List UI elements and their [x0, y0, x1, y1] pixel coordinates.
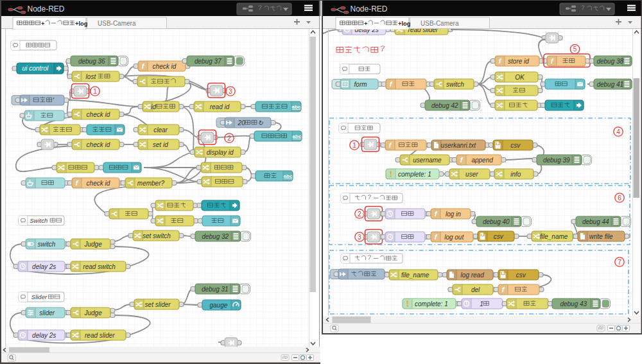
svg-text:set slider: set slider: [145, 301, 171, 308]
svg-text:ui control: ui control: [22, 65, 49, 72]
svg-text:slider: slider: [39, 309, 55, 316]
svg-text:Slider: Slider: [31, 293, 48, 300]
svg-text:debug 37: debug 37: [195, 58, 221, 65]
svg-text:+log: +log: [75, 21, 88, 27]
svg-text:OK: OK: [515, 74, 525, 81]
svg-text:set id: set id: [153, 141, 168, 148]
svg-text:user: user: [465, 171, 478, 178]
svg-text:file_name: file_name: [540, 233, 568, 240]
svg-text:debug 36: debug 36: [78, 58, 105, 65]
svg-text:log out: log out: [444, 234, 464, 241]
svg-text:check id: check id: [87, 180, 110, 187]
svg-text:complete: 1: complete: 1: [398, 171, 431, 178]
svg-text:2: 2: [227, 135, 231, 142]
svg-text:debug 39: debug 39: [543, 157, 570, 164]
svg-text:member?: member?: [137, 180, 165, 187]
svg-text:↻: ↻: [257, 119, 263, 126]
svg-text:set switch: set switch: [143, 232, 171, 239]
svg-text:2: 2: [358, 211, 361, 218]
svg-text:del: del: [471, 286, 480, 293]
svg-text:file_name: file_name: [401, 272, 429, 279]
svg-text:check id: check id: [87, 141, 110, 148]
svg-text:20: 20: [238, 119, 246, 126]
svg-text:csv: csv: [494, 233, 504, 240]
svg-text:debug 32: debug 32: [202, 233, 229, 240]
svg-text:1: 1: [93, 88, 97, 95]
svg-text:debug 43: debug 43: [560, 300, 587, 308]
svg-text:debug 44: debug 44: [582, 218, 609, 225]
svg-text:debug 31: debug 31: [202, 286, 229, 293]
svg-text:abc: abc: [284, 173, 293, 179]
svg-text:debug 41: debug 41: [596, 81, 623, 88]
svg-text:store id: store id: [508, 58, 529, 65]
svg-text:+: +: [41, 21, 45, 27]
svg-text:6: 6: [618, 195, 621, 202]
svg-text:1,2: 1,2: [501, 272, 506, 275]
svg-text:USB-Camera: USB-Camera: [421, 20, 459, 27]
svg-text:7: 7: [618, 259, 621, 266]
svg-text:id: id: [151, 103, 156, 110]
svg-text:log in: log in: [446, 211, 461, 218]
svg-text:1: 1: [352, 142, 356, 149]
svg-text:form: form: [354, 81, 367, 88]
svg-text:Judge: Judge: [84, 241, 103, 248]
svg-text:read slider: read slider: [85, 332, 115, 339]
svg-text:display id: display id: [207, 149, 234, 156]
svg-text:clear: clear: [153, 126, 168, 134]
svg-text:1: 1: [480, 300, 483, 308]
svg-text:append: append: [471, 157, 493, 164]
svg-text:switch: switch: [446, 81, 464, 88]
svg-text:write file: write file: [589, 233, 613, 240]
svg-text:abc: abc: [292, 104, 301, 110]
svg-text:read switch: read switch: [83, 263, 116, 270]
svg-text:csv: csv: [510, 142, 521, 149]
svg-text:username: username: [413, 157, 442, 164]
svg-text:check id: check id: [153, 63, 177, 70]
svg-text:5: 5: [573, 46, 577, 53]
svg-text:userkanri.txt: userkanri.txt: [441, 142, 477, 149]
svg-text:info: info: [510, 171, 521, 178]
svg-text:debug 38: debug 38: [596, 58, 623, 65]
svg-text:3: 3: [358, 234, 361, 241]
svg-text:4: 4: [616, 128, 620, 135]
svg-text:Switch: Switch: [30, 217, 48, 224]
svg-text:1,2: 1,2: [480, 233, 485, 237]
svg-text:gauge: gauge: [210, 302, 228, 309]
svg-text:+log: +log: [398, 21, 411, 27]
svg-text:csv: csv: [516, 272, 526, 279]
svg-text:3: 3: [229, 88, 232, 95]
svg-text:log read: log read: [461, 272, 485, 279]
svg-text:debug 42: debug 42: [431, 102, 458, 109]
svg-text:switch: switch: [38, 241, 56, 248]
svg-text:Node-RED: Node-RED: [28, 4, 65, 13]
svg-text:+: +: [364, 21, 368, 27]
svg-text:Node-RED: Node-RED: [351, 4, 388, 13]
svg-text:1,2: 1,2: [496, 142, 501, 146]
svg-text:Judge: Judge: [84, 309, 103, 316]
svg-text:delay 2s: delay 2s: [32, 263, 56, 270]
svg-text:lost: lost: [86, 73, 97, 80]
svg-text:delay 2s: delay 2s: [32, 332, 56, 339]
svg-text:USB-Camera: USB-Camera: [98, 20, 136, 27]
svg-text:abc: abc: [293, 134, 302, 139]
svg-text:debug 40: debug 40: [483, 218, 510, 225]
svg-text:complete: 1: complete: 1: [415, 300, 448, 308]
svg-text:check id: check id: [87, 111, 110, 118]
svg-text:read id: read id: [210, 103, 230, 110]
